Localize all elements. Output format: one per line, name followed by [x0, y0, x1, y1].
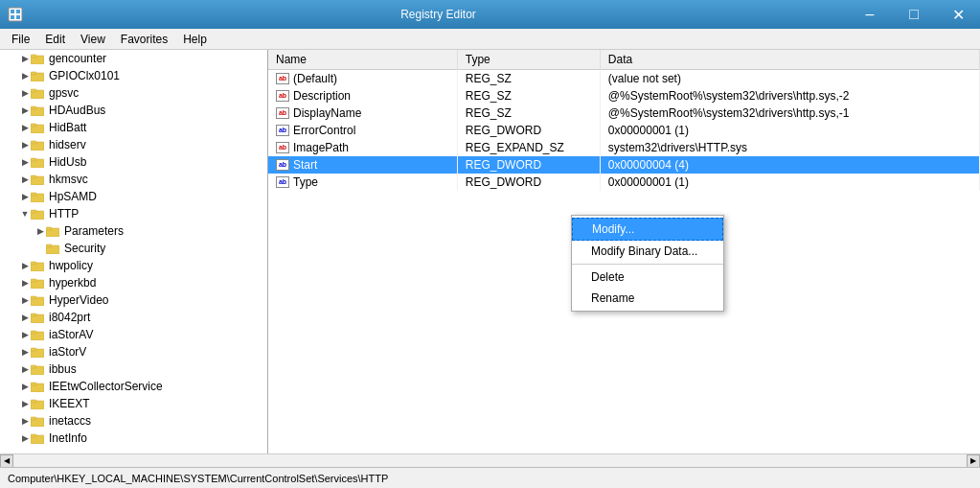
- tree-expander[interactable]: ▶: [19, 87, 31, 99]
- minimize-button[interactable]: –: [848, 0, 892, 29]
- folder-icon: [31, 327, 46, 342]
- tree-expander[interactable]: ▶: [19, 398, 31, 409]
- tree-item[interactable]: ▶ iaStorAV: [0, 326, 267, 343]
- tree-expander[interactable]: ▶: [19, 294, 31, 306]
- col-data[interactable]: Data: [600, 50, 979, 70]
- folder-icon: [31, 172, 46, 187]
- tree-expander[interactable]: ▶: [19, 70, 31, 81]
- tree-item[interactable]: ▶ HidBatt: [0, 119, 267, 136]
- tree-expander[interactable]: ▶: [19, 105, 31, 116]
- scroll-left-button[interactable]: ◀: [0, 454, 13, 468]
- tree-item[interactable]: ▶ hkmsvc: [0, 171, 267, 188]
- tree-item[interactable]: ▶ Parameters: [0, 222, 267, 240]
- tree-item-label: InetInfo: [49, 431, 87, 445]
- tree-pane[interactable]: ▶ gencounter ▶ GPIOClx0101 ▶ gpsvc: [0, 50, 268, 453]
- tree-item[interactable]: ▶ gpsvc: [0, 84, 267, 102]
- right-pane[interactable]: Name Type Data ab(Default) REG_SZ (value…: [268, 50, 980, 453]
- cell-data: 0x00000001 (1): [600, 174, 979, 191]
- context-menu-item[interactable]: Modify Binary Data...: [572, 241, 723, 262]
- tree-item[interactable]: ▶ ibbus: [0, 360, 267, 378]
- context-menu-item[interactable]: Delete: [572, 267, 723, 288]
- reg-sz-icon: ab: [276, 90, 289, 102]
- svg-rect-10: [31, 89, 36, 92]
- tree-expander[interactable]: ▶: [19, 122, 31, 133]
- tree-item[interactable]: ▶ gencounter: [0, 50, 267, 67]
- window-title: Registry Editor: [29, 8, 848, 21]
- tree-expander[interactable]: ▶: [19, 139, 31, 151]
- horizontal-scrollbar[interactable]: ◀ ▶: [0, 453, 980, 467]
- tree-item[interactable]: ▶ hwpolicy: [0, 257, 267, 274]
- menu-edit[interactable]: Edit: [37, 29, 73, 49]
- tree-expander[interactable]: ▶: [19, 312, 31, 323]
- tree-expander[interactable]: ▶: [19, 277, 31, 289]
- scroll-track[interactable]: [13, 454, 967, 467]
- tree-item[interactable]: ▶ iaStorV: [0, 343, 267, 360]
- cell-data: 0x00000004 (4): [600, 156, 979, 174]
- maximize-button[interactable]: □: [892, 0, 936, 29]
- tree-item[interactable]: ▶ HyperVideo: [0, 291, 267, 309]
- folder-icon: [31, 396, 46, 411]
- tree-expander[interactable]: ▶: [19, 346, 31, 358]
- close-button[interactable]: ✕: [936, 0, 980, 29]
- context-menu-item[interactable]: Rename: [572, 288, 723, 309]
- tree-item[interactable]: ▶ i8042prt: [0, 309, 267, 326]
- tree-expander[interactable]: ▼: [19, 208, 31, 220]
- tree-item[interactable]: Security: [0, 240, 267, 257]
- tree-expander[interactable]: ▶: [19, 381, 31, 392]
- tree-item-label: gpsvc: [49, 86, 79, 100]
- tree-item[interactable]: ▶ IEEtwCollectorService: [0, 378, 267, 395]
- menu-file[interactable]: File: [4, 29, 37, 49]
- table-row[interactable]: abImagePath REG_EXPAND_SZ system32\drive…: [268, 139, 980, 156]
- tree-item[interactable]: ▶ hyperkbd: [0, 274, 267, 291]
- col-type[interactable]: Type: [457, 50, 600, 70]
- cell-name: abDescription: [268, 87, 457, 105]
- svg-rect-30: [31, 262, 36, 265]
- tree-expander[interactable]: ▶: [19, 329, 31, 340]
- tree-item[interactable]: ▶ IKEEXT: [0, 395, 267, 412]
- tree-item[interactable]: ▶ HidUsb: [0, 153, 267, 171]
- menu-view[interactable]: View: [73, 29, 113, 49]
- tree-expander[interactable]: ▶: [19, 260, 31, 271]
- tree-item[interactable]: ▶ inetaccs: [0, 412, 267, 430]
- table-row[interactable]: ab(Default) REG_SZ (value not set): [268, 70, 980, 87]
- tree-expander[interactable]: ▶: [34, 225, 46, 237]
- table-row[interactable]: abDescription REG_SZ @%SystemRoot%\syste…: [268, 87, 980, 105]
- tree-expander[interactable]: ▶: [19, 174, 31, 185]
- panes-row: ▶ gencounter ▶ GPIOClx0101 ▶ gpsvc: [0, 50, 980, 453]
- svg-rect-16: [31, 141, 36, 144]
- svg-rect-3: [11, 15, 14, 19]
- tree-expander[interactable]: [34, 243, 46, 254]
- tree-expander[interactable]: ▶: [19, 156, 31, 168]
- menu-favorites[interactable]: Favorites: [113, 29, 175, 49]
- folder-icon: [31, 85, 46, 101]
- svg-rect-12: [31, 106, 36, 109]
- table-row[interactable]: abDisplayName REG_SZ @%SystemRoot%\syste…: [268, 105, 980, 122]
- reg-sz-icon: ab: [276, 142, 289, 153]
- tree-item[interactable]: ▶ InetInfo: [0, 430, 267, 447]
- col-name[interactable]: Name: [268, 50, 457, 70]
- tree-item[interactable]: ▶ HDAudBus: [0, 102, 267, 119]
- scroll-right-button[interactable]: ▶: [967, 454, 980, 468]
- context-menu-separator: [572, 264, 723, 265]
- registry-table: Name Type Data ab(Default) REG_SZ (value…: [268, 50, 980, 191]
- folder-icon: [31, 103, 46, 118]
- tree-item[interactable]: ▶ GPIOClx0101: [0, 67, 267, 84]
- tree-expander[interactable]: ▶: [19, 415, 31, 427]
- folder-icon: [31, 189, 46, 204]
- table-row[interactable]: abErrorControl REG_DWORD 0x00000001 (1): [268, 122, 980, 139]
- context-menu-item[interactable]: Modify...: [572, 218, 723, 241]
- tree-item[interactable]: ▼ HTTP: [0, 205, 267, 222]
- tree-expander[interactable]: ▶: [19, 432, 31, 444]
- tree-expander[interactable]: ▶: [19, 363, 31, 375]
- tree-expander[interactable]: ▶: [19, 53, 31, 64]
- tree-item[interactable]: ▶ hidserv: [0, 136, 267, 153]
- cell-name: abImagePath: [268, 139, 457, 156]
- menu-help[interactable]: Help: [175, 29, 215, 49]
- tree-item-label: hwpolicy: [49, 259, 93, 272]
- tree-expander[interactable]: ▶: [19, 191, 31, 202]
- tree-item[interactable]: ▶ HpSAMD: [0, 188, 267, 205]
- folder-icon: [31, 413, 46, 429]
- table-row[interactable]: abStart REG_DWORD 0x00000004 (4): [268, 156, 980, 174]
- svg-rect-42: [31, 365, 36, 368]
- table-row[interactable]: abType REG_DWORD 0x00000001 (1): [268, 174, 980, 191]
